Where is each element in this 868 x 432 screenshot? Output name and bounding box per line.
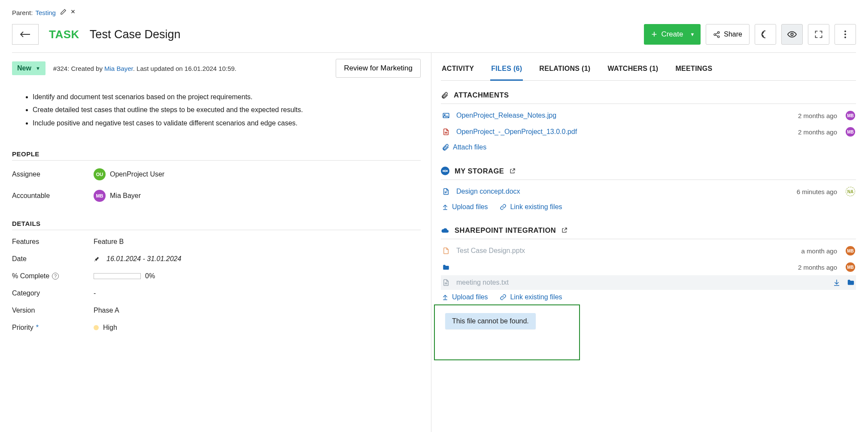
file-time: 2 months ago xyxy=(798,264,837,271)
remove-parent-icon[interactable] xyxy=(70,9,76,16)
avatar: NA xyxy=(846,187,855,196)
external-link-icon[interactable] xyxy=(509,168,516,174)
tab-files[interactable]: FILES (6) xyxy=(490,58,523,81)
storage-file-item[interactable]: Test Case Design.pptx a month ago MB xyxy=(441,243,856,259)
svg-point-11 xyxy=(446,170,448,172)
upload-icon xyxy=(442,294,449,301)
features-label: Features xyxy=(12,238,94,246)
tab-relations[interactable]: RELATIONS (1) xyxy=(538,58,591,80)
file-name[interactable]: Design concept.docx xyxy=(456,188,791,195)
svg-point-0 xyxy=(718,31,719,33)
description[interactable]: Identify and document test scenarios bas… xyxy=(12,91,421,130)
work-package-title[interactable]: Test Case Design xyxy=(90,28,181,41)
percent-complete-value[interactable]: 0% xyxy=(94,272,155,280)
file-time: a month ago xyxy=(801,247,837,255)
avatar: MB xyxy=(846,127,855,137)
upload-files-action[interactable]: Upload files xyxy=(442,293,488,301)
assignee-label: Assignee xyxy=(12,170,94,178)
date-value[interactable]: 16.01.2024 - 31.01.2024 xyxy=(94,255,181,263)
progress-bar xyxy=(94,273,141,279)
attachment-item[interactable]: OpenProject_Release_Notes.jpg 2 months a… xyxy=(441,107,856,124)
avatar: OU xyxy=(94,168,106,180)
breadcrumb: Parent: Testing xyxy=(12,9,856,16)
share-button[interactable]: Share xyxy=(706,24,750,45)
status-dropdown[interactable]: New ▼ xyxy=(12,61,46,75)
review-button[interactable]: Review for Marketing xyxy=(336,59,421,78)
share-label: Share xyxy=(724,30,742,38)
pptx-file-icon xyxy=(442,247,450,255)
storage-file-item[interactable]: Design concept.docx 6 minutes ago NA xyxy=(441,183,856,200)
attachments-heading: ATTACHMENTS xyxy=(454,91,509,99)
people-section-title: PEOPLE xyxy=(12,150,421,158)
svg-point-5 xyxy=(844,33,846,35)
priority-dot-icon xyxy=(94,325,99,330)
svg-point-4 xyxy=(844,30,846,32)
author-link[interactable]: Mia Bayer xyxy=(104,65,133,72)
file-name[interactable]: OpenProject_Release_Notes.jpg xyxy=(456,112,792,119)
avatar: MB xyxy=(846,111,855,120)
upload-files-action[interactable]: Upload files xyxy=(442,203,488,211)
create-button[interactable]: + Create ▼ xyxy=(644,24,701,45)
breadcrumb-parent-link[interactable]: Testing xyxy=(35,9,56,16)
storage-icon xyxy=(441,167,449,175)
accountable-label: Accountable xyxy=(12,192,94,200)
attach-icon xyxy=(442,143,449,151)
version-label: Version xyxy=(12,307,94,314)
file-error-tooltip: This file cannot be found. xyxy=(445,313,536,329)
more-menu-button[interactable] xyxy=(835,24,856,45)
file-name[interactable]: Test Case Design.pptx xyxy=(456,247,795,255)
download-icon[interactable] xyxy=(833,279,841,286)
timeline-button[interactable] xyxy=(755,24,776,45)
file-time: 2 months ago xyxy=(798,128,837,136)
assignee-value[interactable]: OU OpenProject User xyxy=(94,168,164,180)
avatar: MB xyxy=(846,262,855,272)
tab-meetings[interactable]: MEETINGS xyxy=(674,58,713,80)
desc-item: Create detailed test cases that outline … xyxy=(33,103,421,116)
date-label: Date xyxy=(12,255,94,263)
breadcrumb-label: Parent: xyxy=(12,9,33,16)
priority-value[interactable]: High xyxy=(94,324,117,332)
svg-point-9 xyxy=(444,170,446,172)
cloud-icon xyxy=(441,227,449,234)
link-files-action[interactable]: Link existing files xyxy=(499,203,562,211)
caret-down-icon: ▼ xyxy=(690,32,695,37)
docx-file-icon xyxy=(442,188,450,195)
share-icon xyxy=(713,31,720,38)
storage-file-item[interactable]: meeting notes.txt xyxy=(441,275,856,290)
mystorage-heading: MY STORAGE xyxy=(455,167,504,175)
help-icon[interactable]: ? xyxy=(52,273,59,280)
open-folder-icon[interactable] xyxy=(847,279,855,286)
percent-complete-label: % Complete ? xyxy=(12,272,94,280)
work-package-type: TASK xyxy=(49,28,79,41)
version-value[interactable]: Phase A xyxy=(94,307,119,314)
file-time: 6 minutes ago xyxy=(797,188,837,195)
link-files-action[interactable]: Link existing files xyxy=(499,293,562,301)
category-value[interactable]: - xyxy=(94,289,96,297)
svg-point-1 xyxy=(714,33,716,35)
upload-icon xyxy=(442,204,449,210)
avatar: MB xyxy=(846,246,855,256)
plus-icon: + xyxy=(652,29,657,40)
watch-button[interactable] xyxy=(781,24,803,45)
file-name[interactable]: meeting notes.txt xyxy=(456,279,639,286)
storage-file-item[interactable]: 2 months ago MB xyxy=(441,259,856,275)
external-link-icon[interactable] xyxy=(561,227,568,234)
file-name[interactable]: OpenProject_-_OpenProject_13.0.0.pdf xyxy=(456,128,792,136)
caret-down-icon: ▼ xyxy=(36,66,40,71)
svg-point-2 xyxy=(718,36,719,37)
details-section-title: DETAILS xyxy=(12,220,421,227)
tab-watchers[interactable]: WATCHERS (1) xyxy=(607,58,659,80)
accountable-value[interactable]: MB Mia Bayer xyxy=(94,190,141,202)
edit-parent-icon[interactable] xyxy=(60,9,67,16)
fullscreen-button[interactable] xyxy=(808,24,829,45)
attach-files-action[interactable]: Attach files xyxy=(442,143,486,151)
link-icon xyxy=(499,294,507,301)
svg-point-3 xyxy=(791,33,793,36)
features-value[interactable]: Feature B xyxy=(94,238,124,246)
link-icon xyxy=(499,204,507,210)
tab-activity[interactable]: ACTIVITY xyxy=(441,58,475,80)
paperclip-icon xyxy=(441,91,449,99)
pin-icon xyxy=(94,256,100,262)
back-button[interactable] xyxy=(12,24,39,45)
attachment-item[interactable]: OpenProject_-_OpenProject_13.0.0.pdf 2 m… xyxy=(441,124,856,140)
